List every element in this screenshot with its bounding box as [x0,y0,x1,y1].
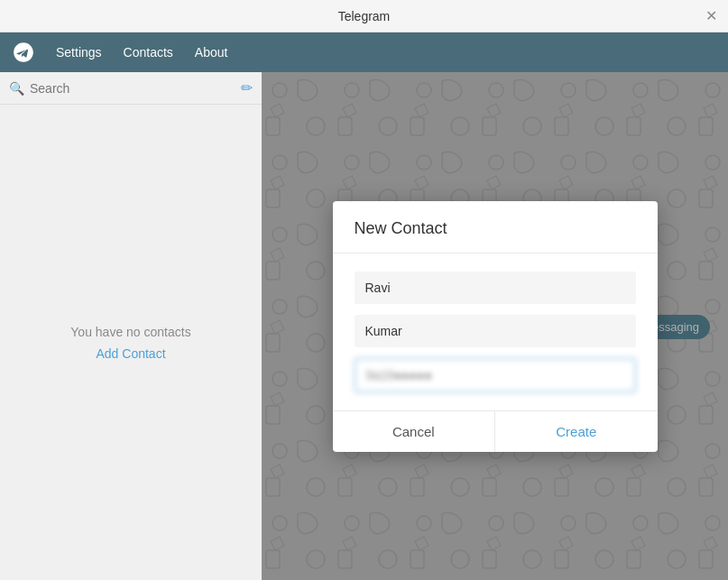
menu-bar: Settings Contacts About [0,32,728,72]
cancel-button[interactable]: Cancel [333,411,496,452]
first-name-input[interactable] [355,272,636,304]
compose-icon[interactable]: ✏ [241,79,253,97]
search-icon: 🔍 [9,81,24,96]
new-contact-dialog: New Contact Cancel Create [333,201,658,452]
menu-item-about[interactable]: About [186,40,237,65]
search-bar: 🔍 ✏ [0,72,262,105]
no-contacts-text: You have no contacts [70,325,190,339]
search-input[interactable] [30,81,235,96]
app-layout: 🔍 ✏ You have no contacts Add Contact [0,72,728,580]
last-name-input[interactable] [355,315,636,347]
main-area: t messaging New Contact Cancel Create [262,72,728,580]
menu-item-settings[interactable]: Settings [47,40,111,65]
app-title: Telegram [338,9,391,23]
dialog-title: New Contact [355,219,447,237]
sidebar-content: You have no contacts Add Contact [0,105,262,580]
close-button[interactable]: ✕ [705,9,717,23]
app-logo [11,40,36,65]
menu-item-contacts[interactable]: Contacts [115,40,182,65]
dialog-footer: Cancel Create [333,410,658,452]
dialog-overlay: New Contact Cancel Create [262,72,728,580]
add-contact-link[interactable]: Add Contact [96,346,165,361]
create-button[interactable]: Create [495,411,658,452]
phone-input[interactable] [355,358,636,392]
dialog-header: New Contact [333,201,658,253]
dialog-body [333,253,658,410]
title-bar: Telegram ✕ [0,0,728,32]
sidebar: 🔍 ✏ You have no contacts Add Contact [0,72,262,580]
